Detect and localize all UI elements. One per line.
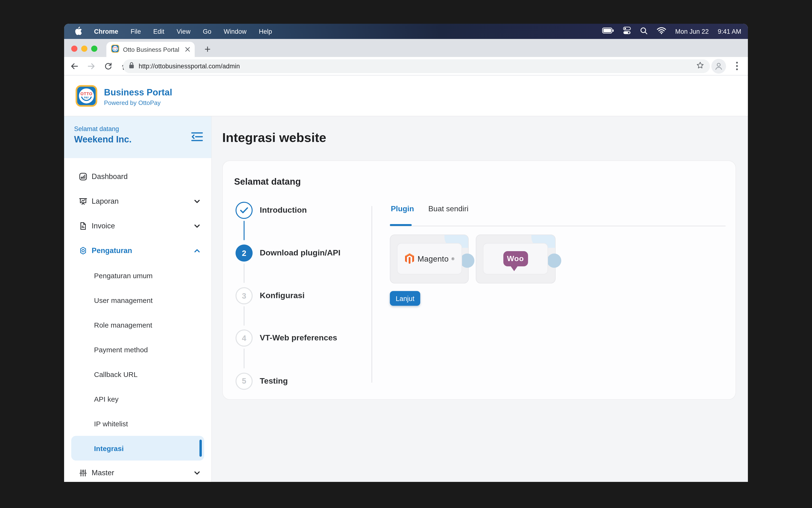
tab-buat-sendiri[interactable]: Buat sendiri	[428, 205, 468, 213]
step-2-label[interactable]: Download plugin/API	[260, 248, 340, 258]
step-5-circle[interactable]: 5	[236, 373, 253, 389]
magento-trademark: ®	[452, 257, 455, 261]
step-3-circle[interactable]: 3	[236, 287, 253, 304]
sidebar-subitem-label: IP whitelist	[94, 419, 128, 427]
sidebar-subitem-label: Pengaturan umum	[94, 271, 153, 280]
woo-bubble-icon: Woo	[503, 251, 528, 266]
step-1-label[interactable]: Introduction	[260, 205, 307, 215]
step-1-circle[interactable]	[236, 202, 253, 219]
chevron-down-icon	[193, 198, 201, 207]
sidebar-subitem-integrasi[interactable]: Integrasi	[71, 436, 204, 461]
menubar-time[interactable]: 9:41 AM	[718, 28, 741, 35]
sidebar-item-laporan[interactable]: Laporan	[71, 189, 204, 214]
brand-title: Business Portal	[104, 87, 172, 98]
sidebar-subitem-user-management[interactable]: User management	[71, 288, 204, 312]
sidebar-item-invoice[interactable]: Invoice	[71, 214, 204, 238]
step-3-label[interactable]: Konfigurasi	[260, 291, 305, 300]
sidebar-subitem-payment-method[interactable]: Payment method	[71, 337, 204, 362]
lanjut-button[interactable]: Lanjut	[390, 291, 420, 306]
control-center-icon[interactable]	[623, 27, 631, 36]
menubar-date[interactable]: Mon Jun 22	[675, 28, 709, 35]
sidebar: Selamat datang Weekend Inc. Dashboard La…	[64, 116, 212, 482]
active-item-indicator	[199, 440, 202, 457]
back-button[interactable]	[67, 59, 81, 73]
decorative-circle	[460, 254, 474, 268]
decorative-circle	[547, 254, 561, 268]
sidebar-item-label: Invoice	[92, 222, 115, 230]
spotlight-search-icon[interactable]	[640, 27, 648, 36]
wifi-icon[interactable]	[657, 27, 666, 36]
macos-menubar: Chrome File Edit View Go Window Help	[64, 24, 748, 39]
sidebar-menu: Dashboard Laporan Invoice	[64, 158, 211, 482]
sidebar-welcome-panel: Selamat datang Weekend Inc.	[64, 116, 211, 158]
magento-icon	[404, 253, 415, 264]
menubar-item-help[interactable]: Help	[259, 28, 272, 35]
panel-divider	[371, 206, 372, 383]
browser-profile-icon[interactable]	[711, 59, 726, 74]
sidebar-subitem-pengaturan-umum[interactable]: Pengaturan umum	[71, 263, 204, 288]
sidebar-subitem-callback-url[interactable]: Callback URL	[71, 362, 204, 386]
card-title: Selamat datang	[234, 177, 301, 187]
menubar-item-view[interactable]: View	[177, 28, 190, 35]
new-tab-button[interactable]: +	[201, 43, 214, 56]
step-4-circle[interactable]: 4	[236, 330, 253, 347]
plugin-card-woocommerce[interactable]: Woo	[476, 235, 556, 284]
page-title: Integrasi website	[222, 131, 326, 145]
sidebar-subitem-role-management[interactable]: Role management	[71, 312, 204, 337]
menubar-item-window[interactable]: Window	[224, 28, 247, 35]
step-2-circle[interactable]: 2	[236, 245, 253, 262]
browser-menu-icon[interactable]	[731, 60, 743, 72]
menubar-item-go[interactable]: Go	[203, 28, 211, 35]
report-icon	[79, 197, 87, 206]
browser-tabstrip: OTTO Otto Business Portal +	[64, 39, 748, 57]
tab-plugin[interactable]: Plugin	[391, 205, 414, 213]
bookmark-star-icon[interactable]	[696, 61, 704, 71]
svg-text:OTTO: OTTO	[81, 91, 93, 96]
sidebar-subitem-label: Role management	[94, 321, 152, 329]
forward-button[interactable]	[84, 59, 98, 73]
sidebar-collapse-icon[interactable]	[191, 131, 203, 144]
menubar-item-file[interactable]: File	[131, 28, 141, 35]
sidebar-subitem-api-key[interactable]: API key	[71, 386, 204, 411]
address-bar[interactable]: http://ottobusinessportal.com/admin	[123, 59, 710, 73]
maximize-window-button[interactable]	[91, 46, 97, 52]
chevron-down-icon	[193, 469, 201, 478]
tab-close-icon[interactable]	[185, 45, 190, 54]
active-tab-underline	[390, 224, 412, 226]
minimize-window-button[interactable]	[81, 46, 87, 52]
tabs-baseline	[390, 225, 726, 226]
battery-icon[interactable]	[602, 28, 614, 35]
sidebar-item-label: Laporan	[92, 197, 119, 206]
plugin-card-magento[interactable]: Magento®	[390, 235, 469, 284]
close-window-button[interactable]	[71, 46, 77, 52]
sidebar-subitem-label: User management	[94, 296, 153, 304]
chevron-down-icon	[193, 222, 201, 232]
brand: OTTOPAY Business Portal Powered by OttoP…	[76, 85, 172, 109]
woocommerce-logo: Woo	[483, 243, 548, 274]
menubar-item-edit[interactable]: Edit	[154, 28, 165, 35]
chevron-up-icon	[193, 247, 201, 256]
sidebar-item-dashboard[interactable]: Dashboard	[71, 164, 204, 189]
desktop: Chrome File Edit View Go Window Help	[0, 0, 812, 508]
lock-icon[interactable]	[129, 62, 134, 71]
woo-label: Woo	[507, 254, 524, 263]
tab-favicon: OTTO	[111, 44, 119, 54]
apple-menu-icon[interactable]	[75, 26, 82, 36]
menubar-app-name[interactable]: Chrome	[94, 28, 118, 35]
window-controls	[71, 46, 97, 52]
main-content: Integrasi website Selamat datang Introdu…	[212, 116, 748, 482]
browser-tab[interactable]: OTTO Otto Business Portal	[106, 42, 195, 57]
sidebar-item-pengaturan[interactable]: Pengaturan	[71, 238, 204, 263]
sidebar-subitem-label: API key	[94, 395, 119, 403]
sidebar-item-master[interactable]: Master	[71, 461, 204, 482]
step-5-label[interactable]: Testing	[260, 376, 288, 386]
settings-icon	[79, 246, 87, 255]
sidebar-subitem-ip-whitelist[interactable]: IP whitelist	[71, 411, 204, 436]
integration-card: Selamat datang Introduction 2 Download p…	[222, 161, 736, 400]
url-text[interactable]: http://ottobusinessportal.com/admin	[139, 63, 692, 70]
reload-button[interactable]	[101, 59, 115, 73]
magento-logo: Magento®	[397, 243, 462, 274]
step-4-label[interactable]: VT-Web preferences	[260, 333, 337, 343]
step-connector	[243, 221, 245, 240]
step-connector	[243, 263, 245, 283]
